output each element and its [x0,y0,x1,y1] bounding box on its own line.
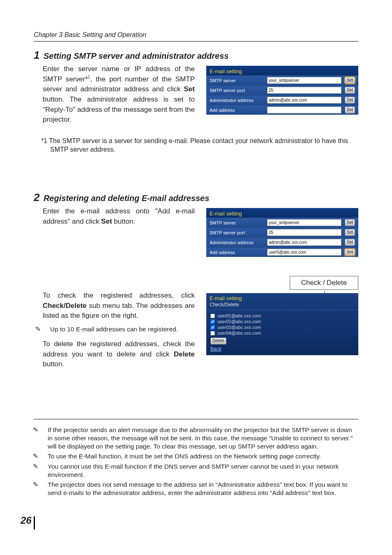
panel-3-title: E-mail setting [206,293,358,302]
row-input[interactable] [267,106,341,113]
email-setting-row: Administrator addressSet [206,95,358,105]
note-up-to-10: Up to 10 E-mail addresses can be registe… [50,326,178,333]
note-text: If the projector sends an alert message … [48,426,353,450]
row-input[interactable] [267,249,341,256]
row-label: SMTP server port [210,230,267,235]
row-input[interactable] [267,77,341,84]
check-delete-panel: E-mail setting Check/Delete user01@abc.x… [206,293,358,355]
email-address-text: user03@abc.xxx.com [217,325,261,330]
email-setting-row: SMTP serverSet [206,217,358,227]
bold-delete: Delete [174,350,195,358]
check-delete-block: Check / Delete E-mail setting Check/Dele… [34,268,358,370]
chapter-header: Chapter 3 Basic Setting and Operation [34,31,358,42]
row-label: SMTP server [210,220,267,225]
pencil-icon: ✎ [40,481,48,489]
callout-line [324,291,325,302]
set-button[interactable]: Set [345,87,355,94]
row-input[interactable] [267,239,341,246]
email-address-text: user02@abc.xxx.com [217,319,261,324]
row-label: SMTP server port [210,88,267,93]
row-input[interactable] [267,229,341,236]
set-button[interactable]: Set [345,77,355,84]
pencil-icon: ✎ [40,426,48,434]
section-2-title: Registering and deleting E-mail addresse… [44,194,209,203]
email-list-item: user03@abc.xxx.com [206,324,358,330]
row-label: Add address [210,108,267,113]
row-label: Administrator address [210,240,267,245]
email-setting-row: SMTP server portSet [206,85,358,95]
email-checkbox[interactable] [210,314,215,318]
email-setting-panel-1: E-mail setting SMTP serverSetSMTP server… [206,66,358,115]
pencil-icon: ✎ [40,452,48,460]
row-label: Add address [210,250,267,255]
panel-1-title: E-mail setting [206,66,358,75]
email-checkbox[interactable] [210,331,215,335]
section-2-number: 2 [34,191,39,204]
note-text: You cannot use this E-mail function if t… [48,463,339,478]
check-delete-callout: Check / Delete [290,276,358,290]
row-label: SMTP server [210,78,267,83]
section-2-text-3a: To delete the registered addresses, chec… [43,340,195,358]
delete-button[interactable]: Delete [210,338,226,345]
section-1: 1 Setting SMTP server and administrator … [34,49,358,125]
back-link[interactable]: Back [210,346,221,352]
email-checkbox[interactable] [210,325,215,330]
bottom-note: ✎You cannot use this E-mail function if … [48,462,358,479]
email-setting-row: Add addressSet [206,247,358,257]
panel-3-subtitle: Check/Delete [206,302,358,310]
set-button[interactable]: Set [345,249,355,256]
bold-set-1: Set [184,85,195,93]
email-setting-row: SMTP serverSet [206,75,358,85]
set-button[interactable]: Set [345,106,355,113]
set-button[interactable]: Set [345,97,355,104]
section-2-text-3c: button. [43,360,64,368]
bottom-note: ✎To use the E-Mail function, it must be … [48,452,358,460]
row-input[interactable] [267,97,341,104]
row-input[interactable] [267,87,341,94]
bottom-note: ✎The projector does not send message to … [48,481,358,497]
section-1-title: Setting SMTP server and administrator ad… [44,51,229,60]
email-setting-row: SMTP server portSet [206,227,358,237]
email-checkbox[interactable] [210,319,215,324]
bottom-notes: ✎If the projector sends an alert message… [34,419,358,497]
check-delete-text: Check / Delete [301,279,347,287]
set-button[interactable]: Set [345,239,355,246]
row-label: Administrator address [210,98,267,103]
note-text: The projector does not send message to t… [48,481,348,496]
email-list-item: user02@abc.xxx.com [206,319,358,324]
panel-2-title: E-mail setting [206,208,358,217]
email-address-text: user04@abc.xxx.com [217,331,261,335]
set-button[interactable]: Set [345,229,355,236]
email-setting-panel-2: E-mail setting SMTP serverSetSMTP server… [206,208,358,257]
section-2-text-2a: To check the registered addresses, click [43,291,195,299]
bold-set-2: Set [101,217,112,225]
page-number-bar [34,516,35,530]
email-setting-row: Administrator addressSet [206,237,358,247]
email-list-item: user04@abc.xxx.com [206,330,358,336]
bold-check-delete: Check/Delete [43,302,87,310]
set-button[interactable]: Set [345,219,355,226]
email-setting-row: Add addressSet [206,105,358,115]
section-1-number: 1 [34,49,39,62]
row-input[interactable] [267,219,341,226]
bottom-note: ✎If the projector sends an alert message… [48,426,358,451]
footnote-1: *1 The SMTP server is a server for sendi… [50,136,358,154]
pencil-icon: ✎ [43,325,50,333]
section-2-text-1c: button. [112,217,136,225]
note-text: To use the E-Mail function, it must be s… [48,453,321,460]
email-address-text: user01@abc.xxx.com [217,313,261,318]
page-number: 26 [21,515,32,526]
email-list-item: user01@abc.xxx.com [206,313,358,319]
section-1-text-c: button. The administrator address is set… [43,95,195,123]
section-2: 2 Registering and deleting E-mail addres… [34,191,358,257]
pencil-icon: ✎ [40,462,48,471]
